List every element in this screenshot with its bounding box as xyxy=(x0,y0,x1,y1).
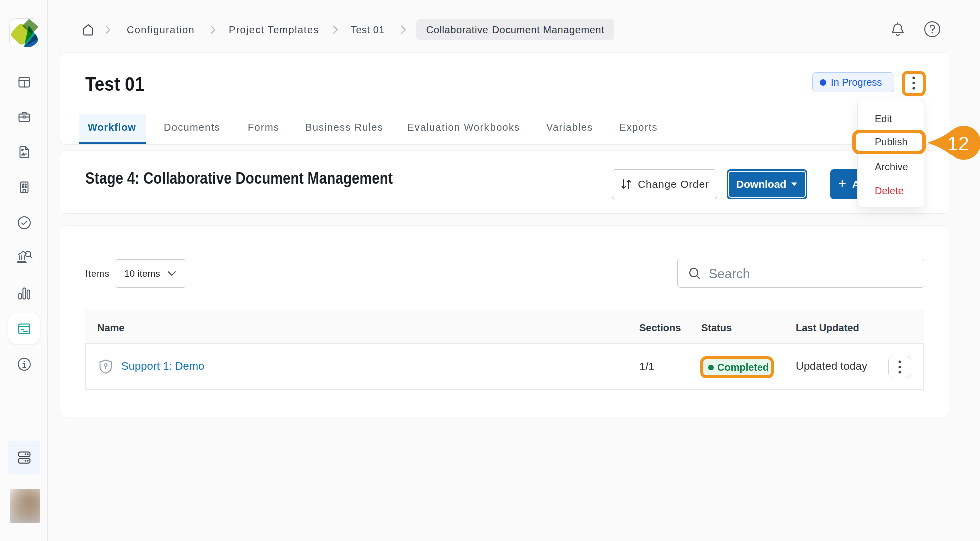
svg-text:12: 12 xyxy=(947,133,969,154)
